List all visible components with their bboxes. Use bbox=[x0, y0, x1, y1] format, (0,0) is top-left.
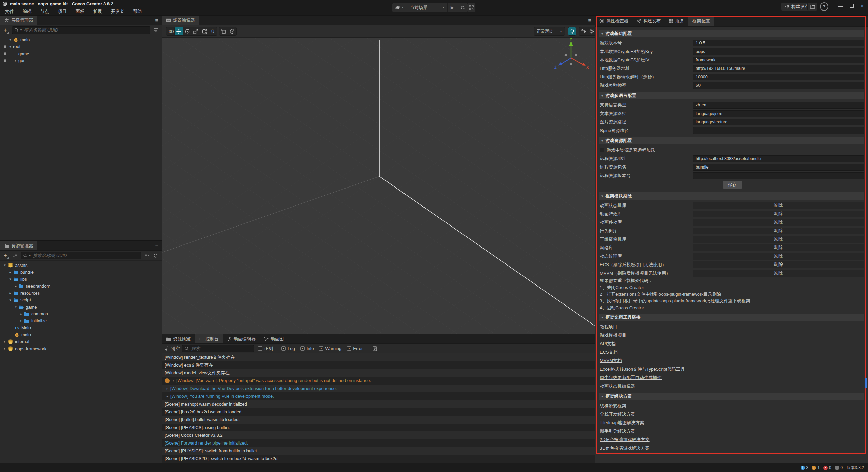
maximize-button[interactable] bbox=[847, 1, 856, 10]
regex-checkbox[interactable]: 正则 bbox=[258, 346, 273, 352]
clear-console-button[interactable]: 清空 bbox=[165, 346, 180, 352]
asset-node[interactable]: ▾game bbox=[0, 303, 162, 311]
section-header[interactable]: ▾游戏资源配置 bbox=[599, 137, 864, 144]
menu-item-面板[interactable]: 面板 bbox=[71, 8, 89, 15]
filter-icon[interactable] bbox=[152, 26, 159, 34]
open-folder-button[interactable] bbox=[807, 2, 817, 11]
doc-link[interactable]: 战棋游戏框架 bbox=[600, 403, 626, 409]
tab-动画图[interactable]: 动画图 bbox=[260, 334, 288, 343]
asset-node[interactable]: ▾libs bbox=[0, 276, 162, 283]
asset-node[interactable]: ▸oops-framework bbox=[0, 345, 162, 352]
minimize-button[interactable]: — bbox=[836, 1, 845, 10]
scene-camera-button[interactable] bbox=[579, 27, 588, 35]
preview-qr-button[interactable] bbox=[467, 3, 476, 12]
rotate-tool-button[interactable] bbox=[183, 27, 192, 35]
menu-item-项目[interactable]: 项目 bbox=[54, 8, 71, 15]
doc-link[interactable]: MVVM文档 bbox=[600, 358, 622, 364]
field-input-远程资源包名[interactable] bbox=[693, 164, 864, 171]
field-input-远程资源地址[interactable] bbox=[693, 155, 864, 162]
status-error-counter[interactable]: ×0 bbox=[823, 465, 831, 470]
section-header[interactable]: ▾框架解决方案 bbox=[599, 393, 864, 400]
expander-icon[interactable]: ▸ bbox=[2, 347, 7, 350]
play-button[interactable]: ▶ bbox=[448, 3, 457, 12]
field-input-本地数据CryptoES加密IV[interactable] bbox=[693, 57, 864, 63]
hierarchy-search-input[interactable] bbox=[23, 27, 148, 33]
doc-link[interactable]: API文档 bbox=[600, 341, 616, 347]
tab-资源预览[interactable]: 资源预览 bbox=[162, 334, 195, 343]
preview-target-button[interactable]: ▾ bbox=[392, 3, 407, 12]
asset-node[interactable]: ▾script bbox=[0, 297, 162, 304]
help-button[interactable]: ? bbox=[820, 2, 828, 11]
axis-gizmo[interactable]: Y X Z bbox=[551, 38, 591, 78]
field-input-Http服务器请求超时（毫秒）[interactable] bbox=[693, 74, 864, 80]
scene-menu-button[interactable]: ≡ bbox=[585, 16, 595, 25]
coordinate-toggle-button[interactable] bbox=[228, 27, 236, 35]
doc-link[interactable]: 全栈开发解决方案 bbox=[600, 411, 635, 417]
checkbox-icon[interactable] bbox=[600, 148, 604, 152]
doc-link[interactable]: Excel格式转Json文件与TypeScript代码工具 bbox=[600, 366, 685, 372]
doc-link[interactable]: 原生包热更新配置自动生成插件 bbox=[600, 375, 662, 381]
filter-warning[interactable]: Warning bbox=[319, 346, 341, 351]
menu-item-编辑[interactable]: 编辑 bbox=[18, 8, 36, 15]
expander-icon[interactable]: ▸ bbox=[13, 284, 18, 288]
scene-viewport[interactable]: Y X Z bbox=[162, 38, 595, 334]
remove-module-button[interactable]: 剔除 bbox=[693, 253, 864, 260]
remove-module-button[interactable]: 剔除 bbox=[693, 228, 864, 234]
sort-assets-button[interactable] bbox=[12, 252, 19, 259]
hierarchy-menu-button[interactable]: ≡ bbox=[152, 16, 162, 25]
assets-search-input[interactable] bbox=[32, 253, 139, 258]
scene-select[interactable]: 当前场景 ▾ bbox=[407, 3, 448, 12]
field-input-文本资源路径[interactable] bbox=[693, 110, 864, 117]
expander-icon[interactable]: ▸ bbox=[8, 271, 13, 274]
filter-log[interactable]: Log bbox=[281, 346, 295, 351]
field-input-Spine资源路径[interactable] bbox=[693, 127, 864, 134]
menu-item-帮助[interactable]: 帮助 bbox=[129, 8, 146, 15]
field-input-图片资源路径[interactable] bbox=[693, 119, 864, 125]
inspector-scrollbar-thumb[interactable] bbox=[865, 378, 867, 388]
status-message-counter[interactable]: 0 bbox=[835, 465, 843, 470]
filter-info[interactable]: Info bbox=[300, 346, 314, 351]
ui-transform-tool-button[interactable]: Ü bbox=[209, 27, 217, 35]
hierarchy-node[interactable]: ▾root bbox=[0, 43, 162, 51]
expander-icon[interactable]: ▾ bbox=[13, 305, 18, 309]
doc-link[interactable]: 动画状态机编辑器 bbox=[600, 383, 635, 389]
remove-module-button[interactable]: 剔除 bbox=[693, 236, 864, 243]
field-input-本地数据CryptoES加密Key[interactable] bbox=[693, 48, 864, 55]
section-header[interactable]: ▾框架文档工具链接 bbox=[599, 314, 864, 321]
field-input-远程资源版本号[interactable] bbox=[693, 172, 864, 179]
hierarchy-node[interactable]: ▾main bbox=[0, 36, 162, 43]
expander-icon[interactable]: ▸ bbox=[2, 340, 7, 343]
menu-item-开发者[interactable]: 开发者 bbox=[106, 8, 129, 15]
move-tool-button[interactable] bbox=[175, 27, 183, 35]
tab-控制台[interactable]: 控制台 bbox=[195, 334, 223, 343]
asset-node[interactable]: ▸bundle bbox=[0, 269, 162, 276]
tab-assets[interactable]: 资源管理器 bbox=[0, 241, 37, 250]
tab-构建发布[interactable]: 构建发布 bbox=[632, 16, 665, 26]
expander-icon[interactable]: ▾ bbox=[2, 263, 7, 267]
remove-module-button[interactable]: 剔除 bbox=[693, 270, 864, 277]
section-header[interactable]: ▾框架模块剔除 bbox=[599, 192, 864, 200]
expand-log-icon[interactable]: ▸ bbox=[165, 395, 170, 398]
doc-link[interactable]: 教程项目 bbox=[600, 324, 617, 330]
rect-tool-button[interactable] bbox=[200, 27, 209, 35]
render-mode-select[interactable]: 正常渲染 ▾ bbox=[534, 27, 565, 36]
refresh-assets-button[interactable] bbox=[152, 252, 159, 259]
expander-icon[interactable]: ▾ bbox=[8, 45, 13, 48]
doc-link[interactable]: 2D角色扮演游戏解决方案 bbox=[600, 437, 650, 443]
field-input-支持语言类型[interactable] bbox=[693, 102, 864, 109]
tab-动画编辑器[interactable]: 动画编辑器 bbox=[223, 334, 260, 343]
filter-error[interactable]: Error bbox=[347, 346, 363, 351]
add-node-button[interactable]: +◢ bbox=[3, 26, 10, 34]
scale-tool-button[interactable] bbox=[192, 27, 200, 35]
field-input-Http服务器地址[interactable] bbox=[693, 65, 864, 72]
expander-icon[interactable]: ▸ bbox=[19, 312, 24, 316]
section-header[interactable]: ▾游戏多语言配置 bbox=[599, 92, 864, 99]
menu-item-扩展[interactable]: 扩展 bbox=[89, 8, 106, 15]
doc-link[interactable]: ECS文档 bbox=[600, 349, 618, 355]
tab-scene-editor[interactable]: 场景编辑器 bbox=[162, 16, 199, 25]
section-header[interactable]: ▾游戏基础配置 bbox=[599, 30, 864, 37]
hierarchy-node[interactable]: ▸gui bbox=[0, 57, 162, 64]
tab-属性检查器[interactable]: 属性检查器 bbox=[595, 16, 632, 26]
expander-icon[interactable]: ▸ bbox=[19, 319, 24, 322]
expander-icon[interactable]: ▾ bbox=[8, 298, 13, 302]
